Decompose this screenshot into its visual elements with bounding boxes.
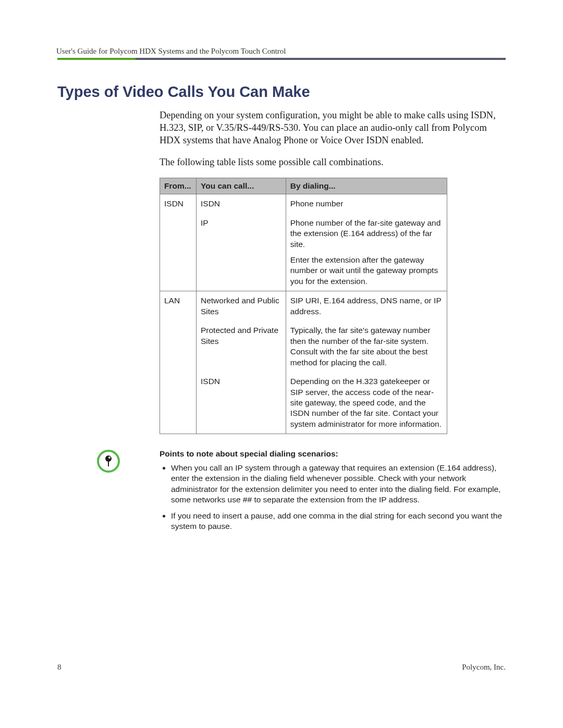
table-row: IP Phone number of the far-site gateway … (160, 214, 447, 291)
header-rule (57, 58, 506, 60)
list-item: If you need to insert a pause, add one c… (171, 511, 506, 532)
svg-point-1 (108, 456, 111, 459)
cell-dial: Depending on the H.323 gatekeeper or SIP… (286, 372, 447, 434)
table-row: ISDN ISDN Phone number (160, 194, 447, 214)
cell-call: IP (196, 214, 286, 291)
cell-dial: Phone number of the far-site gateway and… (286, 214, 447, 291)
th-from: From... (160, 178, 197, 194)
note-block: Points to note about special dialing sce… (57, 449, 506, 537)
page-footer: 8 Polycom, Inc. (57, 663, 506, 672)
cell-dial: Phone number (286, 194, 447, 214)
call-combinations-table: From... You can call... By dialing... IS… (160, 178, 447, 434)
th-call: You can call... (196, 178, 286, 194)
table-row: Protected and Private Sites Typically, t… (160, 321, 447, 372)
cell-dial: Typically, the far site's gateway number… (286, 321, 447, 372)
cell-from: ISDN (160, 194, 197, 291)
list-item: When you call an IP system through a gat… (171, 463, 506, 505)
table-row: LAN Networked and Public Sites SIP URI, … (160, 291, 447, 321)
cell-dial: SIP URI, E.164 address, DNS name, or IP … (286, 291, 447, 321)
pushpin-icon (97, 450, 120, 473)
note-list: When you call an IP system through a gat… (160, 463, 506, 532)
cell-call: Networked and Public Sites (196, 291, 286, 321)
cell-call: ISDN (196, 372, 286, 434)
cell-dial-extra: Enter the extension after the gateway nu… (290, 255, 443, 287)
running-head: User's Guide for Polycom HDX Systems and… (56, 47, 506, 56)
cell-call: Protected and Private Sites (196, 321, 286, 372)
page-number: 8 (57, 663, 62, 672)
rule-main (136, 58, 506, 60)
rule-accent (57, 58, 136, 60)
table-row: ISDN Depending on the H.323 gatekeeper o… (160, 372, 447, 434)
th-dial: By dialing... (286, 178, 447, 194)
cell-from: LAN (160, 291, 197, 434)
intro-p1: Depending on your system configuration, … (160, 109, 506, 146)
svg-point-0 (105, 455, 112, 462)
intro-text: Depending on your system configuration, … (160, 109, 506, 168)
svg-rect-2 (108, 461, 109, 466)
page: User's Guide for Polycom HDX Systems and… (0, 0, 563, 728)
section-title: Types of Video Calls You Can Make (57, 83, 506, 101)
cell-dial-text: Phone number of the far-site gateway and… (290, 218, 441, 249)
cell-call: ISDN (196, 194, 286, 214)
footer-company: Polycom, Inc. (462, 663, 506, 672)
intro-p2: The following table lists some possible … (160, 156, 506, 168)
note-title: Points to note about special dialing sce… (160, 449, 506, 459)
